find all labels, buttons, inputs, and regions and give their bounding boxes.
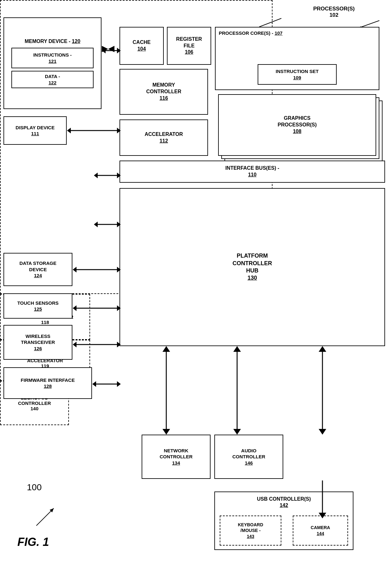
memory-controller-box: MEMORYCONTROLLER116 [119, 69, 208, 115]
usb-controller-box: USB CONTROLLER(S) 142 KEYBOARD/MOUSE - 1… [214, 492, 353, 550]
firmware-interface-box: FIRMWARE INTERFACE128 [3, 367, 92, 399]
diagram-number: 100 [27, 482, 42, 492]
interface-bus-box: INTERFACE BUS(ES) - 110 [119, 161, 385, 183]
arrow-pch-network [160, 346, 173, 435]
fig-label: FIG. 1 [17, 535, 49, 549]
svg-marker-38 [319, 513, 326, 518]
processor-label: PROCESSOR(S) 102 [313, 6, 355, 18]
svg-marker-30 [162, 429, 170, 435]
graphics-processor-box: GRAPHICSPROCESSOR(S)108 [218, 94, 376, 156]
memory-device-box: MEMORY DEVICE - 120 INSTRUCTIONS - 121 D… [3, 17, 101, 109]
data-box: DATA - 122 [11, 71, 94, 88]
svg-marker-19 [73, 305, 77, 311]
instruction-set-box: INSTRUCTION SET109 [258, 64, 337, 85]
svg-marker-9 [117, 128, 121, 133]
display-device-box: DISPLAY DEVICE111 [3, 116, 67, 145]
wireless-transceiver-box: WIRELESSTRANSCEIVER126 [3, 325, 72, 360]
svg-marker-18 [117, 267, 121, 272]
svg-marker-21 [117, 305, 121, 311]
svg-marker-22 [73, 342, 77, 347]
svg-marker-36 [319, 429, 326, 435]
arrow-datastorage-pch [73, 265, 121, 274]
svg-marker-24 [117, 342, 121, 347]
svg-marker-10 [94, 173, 98, 178]
platform-controller-box: PLATFORMCONTROLLERHUB130 [119, 188, 385, 346]
arrow-pch-audio [231, 346, 243, 435]
instructions-box: INSTRUCTIONS - 121 [11, 48, 94, 68]
diagram: PROCESSOR(S) 102 MEMORY DEVICE - 120 INS… [0, 0, 392, 562]
cache-box: CACHE104 [119, 27, 164, 65]
camera-box: CAMERA144 [293, 516, 348, 546]
arrow-extaccel-pch [94, 220, 121, 229]
arrow-firmware-pch [92, 379, 121, 389]
svg-marker-15 [117, 222, 121, 227]
register-file-box: REGISTERFILE106 [167, 27, 211, 65]
svg-marker-7 [67, 128, 71, 133]
svg-marker-25 [92, 381, 96, 387]
svg-marker-33 [233, 429, 241, 435]
svg-marker-34 [319, 346, 326, 352]
audio-controller-box: AUDIOCONTROLLER146 [214, 435, 283, 479]
arrow-memory-memctrl [102, 46, 121, 55]
arrow-touch-pch [73, 303, 121, 313]
arrow-wireless-pch [73, 340, 121, 349]
svg-marker-16 [73, 267, 77, 272]
svg-line-39 [36, 508, 54, 526]
accelerator-box: ACCELERATOR112 [119, 119, 208, 156]
svg-marker-12 [117, 173, 121, 178]
svg-marker-31 [233, 346, 241, 352]
svg-marker-40 [50, 508, 54, 512]
arrow-extgraphics-accel [94, 171, 121, 180]
svg-marker-27 [117, 381, 121, 387]
svg-marker-4 [102, 48, 106, 53]
processor-core-box: PROCESSOR CORE(S) - 107 INSTRUCTION SET1… [215, 27, 379, 90]
arrow-display-memctrl [67, 126, 121, 135]
arrow-legacy-usb [316, 480, 329, 518]
touch-sensors-box: TOUCH SENSORS125 [3, 293, 72, 319]
data-storage-box: DATA STORAGEDEVICE124 [3, 253, 72, 286]
svg-marker-28 [162, 346, 170, 352]
svg-marker-6 [117, 48, 121, 53]
keyboard-mouse-box: KEYBOARD/MOUSE - 143 [220, 516, 281, 546]
network-controller-box: NETWORKCONTROLLER134 [142, 435, 211, 479]
arrow-pch-legacy [316, 346, 329, 435]
svg-marker-13 [94, 222, 98, 227]
